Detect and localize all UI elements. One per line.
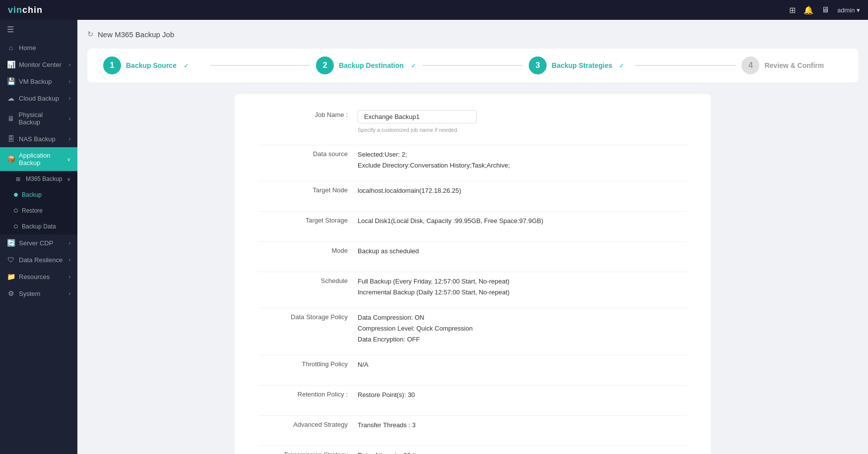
m365-icon: ⊞ xyxy=(14,176,22,182)
advanced-strategy-label: Advanced Strategy xyxy=(258,420,358,428)
chevron-monitor: › xyxy=(69,62,70,67)
sidebar-item-system[interactable]: ⚙ System › xyxy=(0,285,77,302)
sidebar-item-restore[interactable]: Restore xyxy=(0,203,77,219)
job-name-input[interactable] xyxy=(358,110,477,123)
divider-3 xyxy=(258,211,687,212)
advanced-strategy-value: Transfer Threads : 3 xyxy=(358,420,687,431)
divider-4 xyxy=(258,241,687,242)
admin-user[interactable]: admin ▾ xyxy=(837,6,860,14)
refresh-icon[interactable]: ↻ xyxy=(87,30,94,39)
sidebar-resources-label: Resources xyxy=(19,273,50,281)
sidebar-item-physical[interactable]: 🖥 Physical Backup › xyxy=(0,107,77,130)
logo: vinchin xyxy=(8,5,43,15)
chevron-server-cdp: › xyxy=(69,240,70,246)
step-1-check: ✓ xyxy=(184,62,189,69)
step-1-circle: 1 xyxy=(103,57,121,74)
sidebar-item-backup-data[interactable]: Backup Data xyxy=(0,219,77,234)
sidebar-item-application[interactable]: 📦 Application Backup ∨ xyxy=(0,147,77,171)
data-storage-policy-row: Data Storage Policy Data Compression: ON… xyxy=(258,312,687,345)
sidebar-item-backup[interactable]: Backup xyxy=(0,187,77,203)
schedule-value: Full Backup (Every Friday, 12:57:00 Star… xyxy=(358,276,687,298)
transmission-strategy-row: Transmission Strategy Retry Attempts: 60… xyxy=(258,450,687,454)
sidebar-item-nas[interactable]: 🗄 NAS Backup › xyxy=(0,130,77,147)
main-content: ↻ New M365 Backup Job 1 Backup Source ✓ … xyxy=(77,20,868,454)
page-title: New M365 Backup Job xyxy=(98,30,174,39)
mode-value: Backup as scheduled xyxy=(358,246,687,257)
vm-icon: 💾 xyxy=(7,77,15,85)
home-icon: ⌂ xyxy=(7,44,15,52)
data-resilience-icon: 🛡 xyxy=(7,256,15,264)
sidebar-item-vm[interactable]: 💾 VM Backup › xyxy=(0,73,77,90)
chevron-cloud: › xyxy=(69,96,70,101)
step-4-circle: 4 xyxy=(742,57,759,74)
target-node-value: localhost.localdomain(172.18.26.25) xyxy=(358,185,687,196)
step-4-label: Review & Confirm xyxy=(764,61,824,69)
sidebar-item-home[interactable]: ⌂ Home xyxy=(0,39,77,56)
divider-1 xyxy=(258,145,687,145)
sidebar: ☰ ⌂ Home 📊 Monitor Center › 💾 VM Backup … xyxy=(0,20,77,454)
step-divider-1 xyxy=(210,65,310,66)
target-storage-row: Target Storage Local Disk1(Local Disk, C… xyxy=(258,216,687,231)
mode-row: Mode Backup as scheduled xyxy=(258,246,687,262)
monitor-icon[interactable]: 🖥 xyxy=(821,5,829,14)
sidebar-item-cloud[interactable]: ☁ Cloud Backup › xyxy=(0,90,77,107)
monitor-nav-icon: 📊 xyxy=(7,60,15,68)
chevron-data-resilience: › xyxy=(69,257,70,263)
sidebar-item-m365[interactable]: ⊞ M365 Backup ∨ xyxy=(0,171,77,187)
resources-icon: 📁 xyxy=(7,273,15,281)
divider-8 xyxy=(258,385,687,386)
divider-6 xyxy=(258,308,687,308)
sidebar-item-data-resilience[interactable]: 🛡 Data Resilence › xyxy=(0,251,77,268)
target-storage-value: Local Disk1(Local Disk, Capacity :99.95G… xyxy=(358,216,687,227)
data-source-label: Data source xyxy=(258,149,358,158)
job-name-value: Specify a customized job name if needed. xyxy=(358,110,687,135)
step-divider-3 xyxy=(635,65,736,66)
divider-2 xyxy=(258,181,687,181)
data-storage-policy-value: Data Compression: ONCompression Level: Q… xyxy=(358,312,687,345)
sidebar-nas-label: NAS Backup xyxy=(19,135,56,143)
system-icon: ⚙ xyxy=(7,289,15,297)
step-divider-2 xyxy=(423,65,523,66)
target-node-label: Target Node xyxy=(258,185,358,194)
chevron-system: › xyxy=(69,291,70,296)
sidebar-m365-label: M365 Backup xyxy=(26,175,62,182)
retention-policy-label: Retention Policy : xyxy=(258,390,358,398)
chevron-application: ∨ xyxy=(67,157,70,162)
step-4: 4 Review & Confirm xyxy=(742,57,842,74)
divider-10 xyxy=(258,446,687,446)
sidebar-backup-data-label: Backup Data xyxy=(22,223,56,230)
sidebar-system-label: System xyxy=(19,290,40,297)
logo-chin: chin xyxy=(22,5,43,15)
application-icon: 📦 xyxy=(7,155,15,163)
top-nav-right: ⊞ 🔔 🖥 admin ▾ xyxy=(789,5,860,15)
mode-label: Mode xyxy=(258,246,358,254)
sidebar-sub-application: ⊞ M365 Backup ∨ Backup Restore Backup Da… xyxy=(0,171,77,234)
layout: ☰ ⌂ Home 📊 Monitor Center › 💾 VM Backup … xyxy=(0,20,868,454)
sidebar-item-resources[interactable]: 📁 Resources › xyxy=(0,268,77,285)
data-source-value: Selected:User: 2;Exclude Directory:Conve… xyxy=(358,149,687,171)
advanced-strategy-row: Advanced Strategy Transfer Threads : 3 xyxy=(258,420,687,436)
chevron-m365: ∨ xyxy=(67,176,70,182)
sidebar-server-cdp-label: Server CDP xyxy=(19,239,53,247)
throttling-policy-label: Throttling Policy xyxy=(258,359,358,368)
restore-dot xyxy=(14,209,18,213)
step-2-label: Backup Destination xyxy=(339,61,404,69)
chevron-nas: › xyxy=(69,136,70,142)
transmission-strategy-value: Retry Attempts: 60 timesRetry Interval: … xyxy=(358,450,687,454)
sidebar-item-monitor[interactable]: 📊 Monitor Center › xyxy=(0,56,77,73)
server-cdp-icon: 🔄 xyxy=(7,239,15,247)
hamburger-button[interactable]: ☰ xyxy=(0,20,77,39)
bell-icon[interactable]: 🔔 xyxy=(804,5,813,15)
schedule-row: Schedule Full Backup (Every Friday, 12:5… xyxy=(258,276,687,298)
sidebar-monitor-label: Monitor Center xyxy=(19,61,62,68)
stepper: 1 Backup Source ✓ 2 Backup Destination ✓… xyxy=(87,49,858,82)
throttling-policy-value: N/A xyxy=(358,359,687,370)
step-3: 3 Backup Strategies ✓ xyxy=(529,57,629,74)
divider-5 xyxy=(258,272,687,272)
review-card: Job Name : Specify a customized job name… xyxy=(235,94,711,454)
target-node-row: Target Node localhost.localdomain(172.18… xyxy=(258,185,687,201)
backup-dot xyxy=(14,193,18,197)
sidebar-item-server-cdp[interactable]: 🔄 Server CDP › xyxy=(0,234,77,251)
grid-icon[interactable]: ⊞ xyxy=(789,5,796,15)
cloud-icon: ☁ xyxy=(7,94,15,102)
